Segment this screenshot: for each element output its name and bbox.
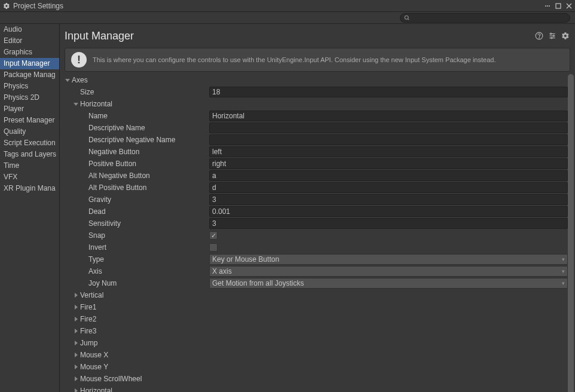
foldout-closed-icon: [73, 352, 79, 358]
svg-line-7: [408, 19, 409, 20]
sidebar-item-editor[interactable]: Editor: [0, 35, 59, 47]
svg-marker-20: [75, 317, 78, 321]
dropdown-value: Get Motion from all Joysticks: [212, 279, 304, 287]
prop-label: Name: [88, 112, 209, 120]
prop-label: Axis: [88, 267, 209, 275]
foldout-closed-icon: [73, 316, 79, 322]
axis-entry[interactable]: Mouse X: [65, 349, 575, 361]
titlebar: Project Settings: [0, 0, 575, 12]
window-controls: [544, 2, 573, 10]
sidebar-item-script-execution[interactable]: Script Execution: [0, 137, 59, 149]
prop-row-type: TypeKey or Mouse Button▾: [65, 253, 575, 265]
invert-checkbox[interactable]: [209, 243, 218, 252]
scrollbar[interactable]: [568, 74, 574, 392]
axis-entry[interactable]: Mouse Y: [65, 361, 575, 373]
dead-input[interactable]: [209, 206, 568, 217]
dropdown-value: X axis: [212, 267, 232, 275]
chevron-down-icon: ▾: [562, 268, 565, 274]
help-icon[interactable]: [534, 31, 544, 41]
prop-row-neg_btn: Negative Button: [65, 146, 575, 158]
sidebar-item-vfx[interactable]: VFX: [0, 172, 59, 183]
svg-point-15: [551, 37, 552, 38]
svg-marker-19: [75, 305, 78, 310]
svg-marker-17: [74, 103, 78, 106]
sidebar-item-physics[interactable]: Physics: [0, 81, 59, 92]
snap-checkbox[interactable]: [209, 231, 218, 240]
sidebar-item-tags-and-layers[interactable]: Tags and Layers: [0, 149, 59, 160]
axis-entry-label: Fire1: [80, 303, 209, 311]
desc-input[interactable]: [209, 122, 568, 133]
search-input[interactable]: [400, 13, 570, 23]
prop-label: Descriptive Negative Name: [88, 136, 209, 144]
svg-marker-16: [65, 79, 70, 82]
sidebar-item-audio[interactable]: Audio: [0, 24, 59, 35]
prop-label: Alt Negative Button: [88, 172, 209, 180]
sidebar-item-time[interactable]: Time: [0, 160, 59, 172]
sidebar-item-package-manag[interactable]: Package Manag: [0, 69, 59, 81]
pos_btn-input[interactable]: [209, 158, 568, 169]
svg-marker-18: [75, 293, 78, 298]
chevron-down-icon: ▾: [562, 256, 565, 262]
foldout-closed-icon: [73, 304, 79, 310]
prop-row-desc: Descriptive Name: [65, 122, 575, 134]
foldout-closed-icon: [73, 388, 79, 392]
sidebar-item-quality[interactable]: Quality: [0, 126, 59, 137]
axis-entry-label: Mouse Y: [80, 363, 209, 371]
foldout-closed-icon: [73, 328, 79, 334]
maximize-icon[interactable]: [555, 2, 562, 10]
sidebar-item-graphics[interactable]: Graphics: [0, 47, 59, 58]
foldout-closed-icon: [73, 364, 79, 370]
name-input[interactable]: [209, 111, 568, 121]
axis-entry-label: Fire2: [80, 315, 209, 323]
presets-icon[interactable]: [548, 31, 557, 41]
prop-row-pos_btn: Positive Button: [65, 158, 575, 170]
settings-sidebar[interactable]: AudioEditorGraphicsInput ManagerPackage …: [0, 24, 60, 392]
svg-point-2: [549, 5, 550, 7]
svg-point-9: [539, 38, 540, 38]
prop-label: Positive Button: [88, 160, 209, 168]
axis-entry[interactable]: Fire3: [65, 325, 575, 337]
settings-gear-icon[interactable]: [561, 31, 570, 41]
prop-label: Sensitivity: [88, 219, 209, 228]
axis-entry[interactable]: Jump: [65, 337, 575, 349]
chevron-down-icon: ▾: [562, 280, 565, 286]
axis-entry-label: Jump: [80, 339, 209, 347]
axis-entry[interactable]: Fire1: [65, 301, 575, 313]
foldout-closed-icon: [73, 292, 79, 298]
scrollbar-thumb[interactable]: [568, 74, 574, 392]
close-icon[interactable]: [565, 2, 573, 10]
axis-entry[interactable]: Vertical: [65, 289, 575, 301]
axes-size-row: Size: [65, 86, 575, 98]
desc_neg-input[interactable]: [209, 134, 568, 145]
sidebar-item-input-manager[interactable]: Input Manager: [0, 58, 59, 69]
axes-foldout[interactable]: Axes: [65, 74, 575, 86]
axis-entry[interactable]: Horizontal: [65, 385, 575, 392]
foldout-closed-icon: [73, 340, 79, 346]
sidebar-item-physics-2d[interactable]: Physics 2D: [0, 92, 59, 103]
prop-row-joy: Joy NumGet Motion from all Joysticks▾: [65, 277, 575, 289]
axis-entry[interactable]: Fire2: [65, 313, 575, 325]
sensitivity-input[interactable]: [209, 218, 568, 229]
sidebar-item-xr-plugin-mana[interactable]: XR Plugin Mana: [0, 183, 59, 194]
svg-marker-24: [75, 365, 78, 369]
prop-label: Gravity: [88, 195, 209, 204]
joy-dropdown[interactable]: Get Motion from all Joysticks▾: [209, 278, 568, 289]
axis-entry-horizontal[interactable]: Horizontal: [65, 98, 575, 110]
menu-icon[interactable]: [544, 2, 551, 10]
alt_neg-input[interactable]: [209, 170, 568, 181]
type-dropdown[interactable]: Key or Mouse Button▾: [209, 254, 568, 265]
svg-point-13: [550, 33, 552, 34]
neg_btn-input[interactable]: [209, 146, 568, 157]
alt_pos-input[interactable]: [209, 182, 568, 193]
axis-entry[interactable]: Mouse ScrollWheel: [65, 373, 575, 385]
info-banner: ! This is where you can configure the co…: [65, 48, 570, 72]
sidebar-item-preset-manager[interactable]: Preset Manager: [0, 115, 59, 126]
content-header: Input Manager: [60, 24, 575, 48]
svg-marker-22: [75, 341, 78, 345]
properties-panel[interactable]: Axes Size Horizontal NameDescriptive Nam…: [60, 74, 575, 392]
sidebar-item-player[interactable]: Player: [0, 103, 59, 115]
axis-dropdown[interactable]: X axis▾: [209, 266, 568, 277]
gravity-input[interactable]: [209, 194, 568, 205]
size-input[interactable]: [209, 87, 568, 97]
toolbar-strip: [0, 12, 575, 24]
